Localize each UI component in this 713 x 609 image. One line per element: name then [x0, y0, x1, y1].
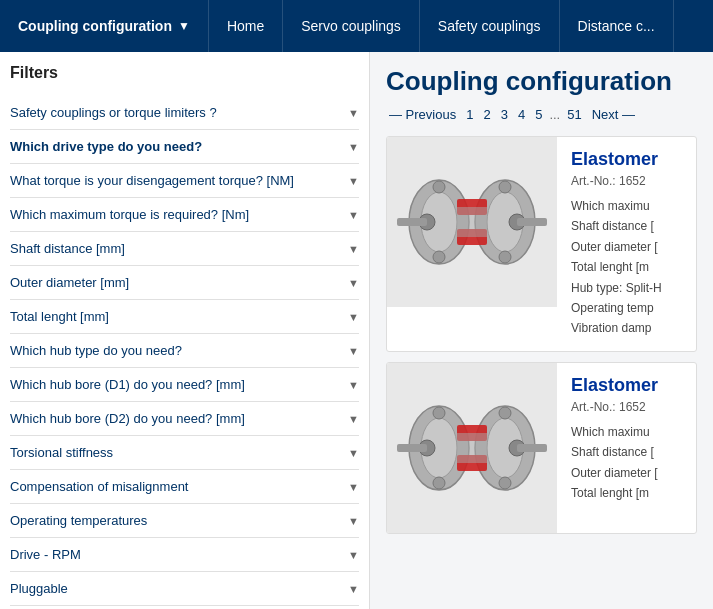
spec-1-1: Shaft distance [ — [571, 442, 682, 462]
product-image-1 — [387, 363, 557, 533]
filter-item-11[interactable]: Compensation of misalignment ▼ — [10, 470, 359, 504]
spec-1-2: Outer diameter [ — [571, 463, 682, 483]
filter-item-8[interactable]: Which hub bore (D1) do you need? [mm] ▼ — [10, 368, 359, 402]
filter-item-10[interactable]: Torsional stiffness ▼ — [10, 436, 359, 470]
chevron-icon-6: ▼ — [348, 311, 359, 323]
nav-item-coupling-config[interactable]: Coupling configuration ▼ — [0, 0, 209, 52]
pagination-page-1[interactable]: 1 — [463, 107, 476, 122]
nav-item-safety[interactable]: Safety couplings — [420, 0, 560, 52]
spec-0-3: Total lenght [m — [571, 257, 682, 277]
nav-label-distance: Distance c... — [578, 18, 655, 34]
pagination-last[interactable]: 51 — [564, 107, 584, 122]
filter-label-13: Drive - RPM — [10, 547, 81, 562]
product-art-0: Art.-No.: 1652 — [571, 174, 682, 188]
svg-rect-13 — [397, 218, 427, 226]
svg-point-3 — [433, 181, 445, 193]
chevron-icon-3: ▼ — [348, 209, 359, 221]
product-specs-0: Which maximu Shaft distance [ Outer diam… — [571, 196, 682, 339]
spec-0-1: Shaft distance [ — [571, 216, 682, 236]
svg-rect-27 — [457, 433, 487, 463]
svg-point-8 — [499, 181, 511, 193]
spec-1-0: Which maximu — [571, 422, 682, 442]
filter-item-5[interactable]: Outer diameter [mm] ▼ — [10, 266, 359, 300]
spec-1-3: Total lenght [m — [571, 483, 682, 503]
chevron-icon-4: ▼ — [348, 243, 359, 255]
spec-0-5: Operating temp — [571, 298, 682, 318]
sidebar: Filters Safety couplings or torque limit… — [0, 52, 370, 609]
svg-point-19 — [433, 477, 445, 489]
filter-label-2: What torque is your disengagement torque… — [10, 173, 294, 188]
product-name-1[interactable]: Elastomer — [571, 375, 682, 396]
filter-label-0: Safety couplings or torque limiters ? — [10, 105, 217, 120]
svg-rect-14 — [517, 218, 547, 226]
filter-item-6[interactable]: Total lenght [mm] ▼ — [10, 300, 359, 334]
pagination-next[interactable]: Next — — [589, 107, 638, 122]
svg-rect-28 — [397, 444, 427, 452]
filter-label-4: Shaft distance [mm] — [10, 241, 125, 256]
spec-0-0: Which maximu — [571, 196, 682, 216]
chevron-icon-7: ▼ — [348, 345, 359, 357]
filter-label-1: Which drive type do you need? — [10, 139, 202, 154]
filter-item-7[interactable]: Which hub type do you need? ▼ — [10, 334, 359, 368]
product-info-0: Elastomer Art.-No.: 1652 Which maximu Sh… — [557, 137, 696, 351]
nav-label-safety: Safety couplings — [438, 18, 541, 34]
filter-item-12[interactable]: Operating temperatures ▼ — [10, 504, 359, 538]
svg-rect-29 — [517, 444, 547, 452]
filter-label-5: Outer diameter [mm] — [10, 275, 129, 290]
chevron-icon-8: ▼ — [348, 379, 359, 391]
svg-rect-12 — [457, 207, 487, 237]
product-art-1: Art.-No.: 1652 — [571, 400, 682, 414]
product-name-0[interactable]: Elastomer — [571, 149, 682, 170]
filter-item-0[interactable]: Safety couplings or torque limiters ? ▼ — [10, 96, 359, 130]
svg-point-4 — [433, 251, 445, 263]
pagination-previous[interactable]: — Previous — [386, 107, 459, 122]
svg-point-9 — [499, 251, 511, 263]
filter-label-3: Which maximum torque is required? [Nm] — [10, 207, 249, 222]
filter-label-9: Which hub bore (D2) do you need? [mm] — [10, 411, 245, 426]
main-layout: Filters Safety couplings or torque limit… — [0, 52, 713, 609]
chevron-icon-2: ▼ — [348, 175, 359, 187]
nav-item-servo[interactable]: Servo couplings — [283, 0, 420, 52]
chevron-icon-5: ▼ — [348, 277, 359, 289]
chevron-icon-14: ▼ — [348, 583, 359, 595]
filter-label-10: Torsional stiffness — [10, 445, 113, 460]
nav-label-home: Home — [227, 18, 264, 34]
pagination-page-4[interactable]: 4 — [515, 107, 528, 122]
nav-item-distance[interactable]: Distance c... — [560, 0, 674, 52]
navbar: Coupling configuration ▼ Home Servo coup… — [0, 0, 713, 52]
chevron-icon-0: ▼ — [348, 107, 359, 119]
chevron-icon-13: ▼ — [348, 549, 359, 561]
filter-item-4[interactable]: Shaft distance [mm] ▼ — [10, 232, 359, 266]
pagination-page-3[interactable]: 3 — [498, 107, 511, 122]
pagination: — Previous 1 2 3 4 5 ... 51 Next — — [386, 107, 697, 122]
svg-point-18 — [433, 407, 445, 419]
page-title: Coupling configuration — [386, 66, 697, 97]
filter-label-7: Which hub type do you need? — [10, 343, 182, 358]
filter-label-12: Operating temperatures — [10, 513, 147, 528]
filter-label-11: Compensation of misalignment — [10, 479, 188, 494]
chevron-icon-10: ▼ — [348, 447, 359, 459]
product-card-1[interactable]: Elastomer Art.-No.: 1652 Which maximu Sh… — [386, 362, 697, 534]
filter-label-6: Total lenght [mm] — [10, 309, 109, 324]
product-image-0 — [387, 137, 557, 307]
chevron-icon-9: ▼ — [348, 413, 359, 425]
filter-item-2[interactable]: What torque is your disengagement torque… — [10, 164, 359, 198]
product-card-0[interactable]: Elastomer Art.-No.: 1652 Which maximu Sh… — [386, 136, 697, 352]
main-content: Coupling configuration — Previous 1 2 3 … — [370, 52, 713, 609]
filter-item-14[interactable]: Pluggable ▼ — [10, 572, 359, 606]
chevron-icon-1: ▼ — [348, 141, 359, 153]
spec-0-2: Outer diameter [ — [571, 237, 682, 257]
nav-item-home[interactable]: Home — [209, 0, 283, 52]
sidebar-title: Filters — [10, 64, 359, 82]
filter-item-3[interactable]: Which maximum torque is required? [Nm] ▼ — [10, 198, 359, 232]
filter-item-1[interactable]: Which drive type do you need? ▼ — [10, 130, 359, 164]
filter-label-14: Pluggable — [10, 581, 68, 596]
pagination-page-5[interactable]: 5 — [532, 107, 545, 122]
pagination-page-2[interactable]: 2 — [480, 107, 493, 122]
filter-item-9[interactable]: Which hub bore (D2) do you need? [mm] ▼ — [10, 402, 359, 436]
svg-point-24 — [499, 477, 511, 489]
chevron-down-icon: ▼ — [178, 19, 190, 33]
filter-item-13[interactable]: Drive - RPM ▼ — [10, 538, 359, 572]
spec-0-4: Hub type: Split-H — [571, 278, 682, 298]
chevron-icon-11: ▼ — [348, 481, 359, 493]
